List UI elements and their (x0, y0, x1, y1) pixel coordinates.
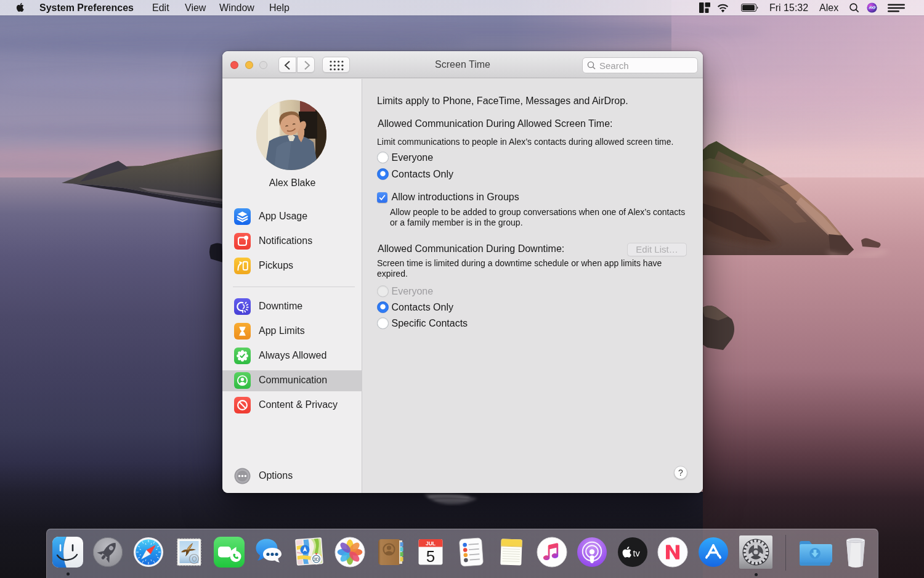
svg-text:3D: 3D (314, 556, 320, 562)
svg-text:tv: tv (633, 548, 641, 558)
svg-text:JUL: JUL (426, 540, 436, 547)
svg-text:5: 5 (426, 547, 435, 566)
